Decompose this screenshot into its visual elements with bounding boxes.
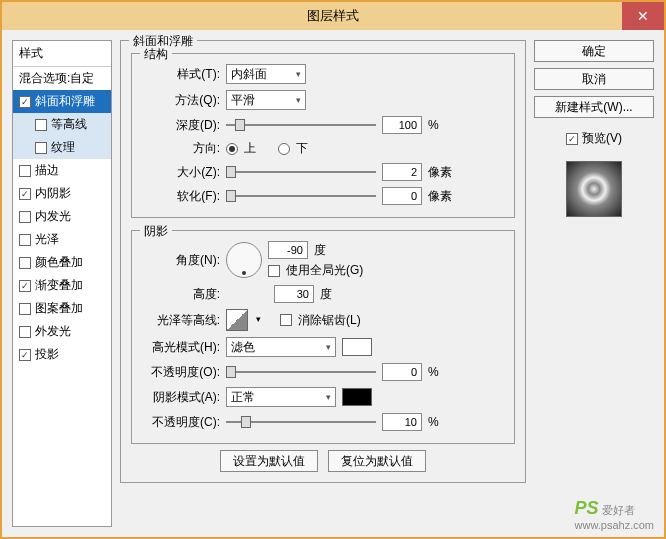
size-label: 大小(Z): [142, 164, 220, 181]
soften-slider[interactable] [226, 189, 376, 203]
technique-label: 方法(Q): [142, 92, 220, 109]
style-bevel[interactable]: 斜面和浮雕 [13, 90, 111, 113]
angle-label: 角度(N): [142, 252, 220, 269]
soften-label: 软化(F): [142, 188, 220, 205]
shading-title: 阴影 [140, 223, 172, 240]
checkbox-icon[interactable] [19, 165, 31, 177]
checkbox-icon[interactable] [19, 303, 31, 315]
style-inner-glow[interactable]: 内发光 [13, 205, 111, 228]
close-button[interactable]: ✕ [622, 2, 664, 30]
radio-down[interactable] [278, 143, 290, 155]
size-slider[interactable] [226, 165, 376, 179]
titlebar: 图层样式 ✕ [2, 2, 664, 30]
checkbox-icon[interactable] [19, 96, 31, 108]
style-outer-glow[interactable]: 外发光 [13, 320, 111, 343]
blend-options[interactable]: 混合选项:自定 [13, 67, 111, 90]
checkbox-icon[interactable] [19, 188, 31, 200]
angle-input[interactable] [268, 241, 308, 259]
altitude-label: 高度: [142, 286, 220, 303]
highlight-mode-select[interactable]: 滤色 [226, 337, 336, 357]
antialias-checkbox[interactable] [280, 314, 292, 326]
cancel-button[interactable]: 取消 [534, 68, 654, 90]
technique-select[interactable]: 平滑 [226, 90, 306, 110]
structure-group: 结构 样式(T): 内斜面 方法(Q): 平滑 深度(D): % [131, 53, 515, 218]
depth-input[interactable] [382, 116, 422, 134]
preview-checkbox[interactable] [566, 133, 578, 145]
opacity1-input[interactable] [382, 363, 422, 381]
bevel-panel: 斜面和浮雕 结构 样式(T): 内斜面 方法(Q): 平滑 深度(D): [120, 40, 526, 483]
shadow-mode-select[interactable]: 正常 [226, 387, 336, 407]
opacity2-slider[interactable] [226, 415, 376, 429]
global-light-checkbox[interactable] [268, 265, 280, 277]
style-drop-shadow[interactable]: 投影 [13, 343, 111, 366]
style-stroke[interactable]: 描边 [13, 159, 111, 182]
preview-label: 预览(V) [582, 130, 622, 147]
new-style-button[interactable]: 新建样式(W)... [534, 96, 654, 118]
window-title: 图层样式 [307, 7, 359, 25]
altitude-input[interactable] [274, 285, 314, 303]
style-label: 样式(T): [142, 66, 220, 83]
shading-group: 阴影 角度(N): 度 使用全局光(G) [131, 230, 515, 444]
checkbox-icon[interactable] [19, 326, 31, 338]
checkbox-icon[interactable] [35, 119, 47, 131]
style-contour[interactable]: 等高线 [13, 113, 111, 136]
structure-title: 结构 [140, 46, 172, 63]
watermark: PS 爱好者 www.psahz.com [575, 498, 654, 531]
checkbox-icon[interactable] [19, 349, 31, 361]
opacity2-label: 不透明度(C): [142, 414, 220, 431]
checkbox-icon[interactable] [19, 280, 31, 292]
gloss-label: 光泽等高线: [142, 312, 220, 329]
highlight-mode-label: 高光模式(H): [142, 339, 220, 356]
shadow-color-swatch[interactable] [342, 388, 372, 406]
style-gradient-overlay[interactable]: 渐变叠加 [13, 274, 111, 297]
shadow-mode-label: 阴影模式(A): [142, 389, 220, 406]
make-default-button[interactable]: 设置为默认值 [220, 450, 318, 472]
checkbox-icon[interactable] [19, 234, 31, 246]
depth-slider[interactable] [226, 118, 376, 132]
reset-default-button[interactable]: 复位为默认值 [328, 450, 426, 472]
style-pattern-overlay[interactable]: 图案叠加 [13, 297, 111, 320]
style-color-overlay[interactable]: 颜色叠加 [13, 251, 111, 274]
direction-label: 方向: [142, 140, 220, 157]
depth-label: 深度(D): [142, 117, 220, 134]
style-inner-shadow[interactable]: 内阴影 [13, 182, 111, 205]
style-satin[interactable]: 光泽 [13, 228, 111, 251]
global-light-label: 使用全局光(G) [286, 262, 363, 279]
radio-up[interactable] [226, 143, 238, 155]
style-select[interactable]: 内斜面 [226, 64, 306, 84]
opacity1-label: 不透明度(O): [142, 364, 220, 381]
opacity2-input[interactable] [382, 413, 422, 431]
antialias-label: 消除锯齿(L) [298, 312, 361, 329]
preview-thumbnail [566, 161, 622, 217]
styles-list: 样式 混合选项:自定 斜面和浮雕 等高线 纹理 描边 内阴影 内发光 光泽 颜色… [12, 40, 112, 527]
checkbox-icon[interactable] [35, 142, 47, 154]
ok-button[interactable]: 确定 [534, 40, 654, 62]
soften-input[interactable] [382, 187, 422, 205]
close-icon: ✕ [637, 8, 649, 24]
size-input[interactable] [382, 163, 422, 181]
opacity1-slider[interactable] [226, 365, 376, 379]
highlight-color-swatch[interactable] [342, 338, 372, 356]
angle-wheel[interactable] [226, 242, 262, 278]
gloss-contour-picker[interactable] [226, 309, 248, 331]
checkbox-icon[interactable] [19, 257, 31, 269]
checkbox-icon[interactable] [19, 211, 31, 223]
style-texture[interactable]: 纹理 [13, 136, 111, 159]
styles-header: 样式 [13, 41, 111, 67]
